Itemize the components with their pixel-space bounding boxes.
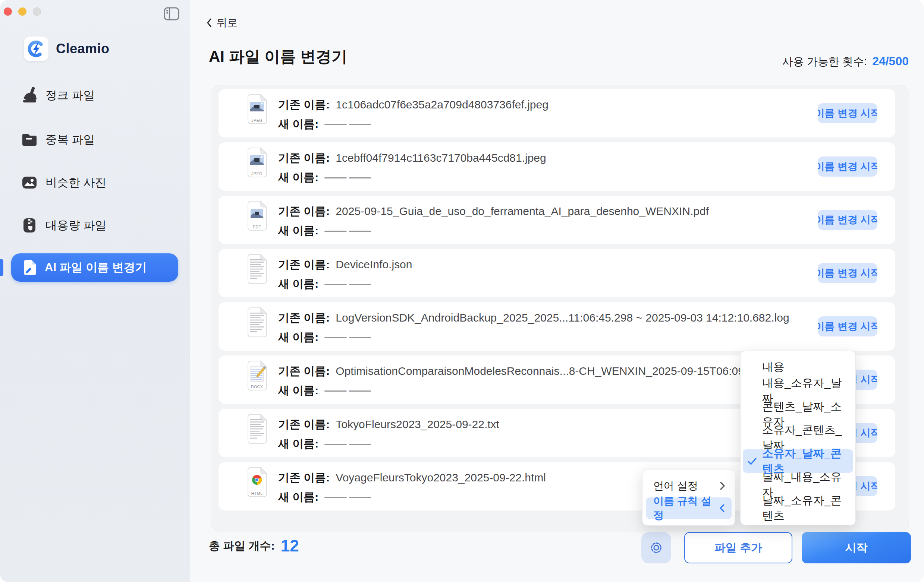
new-name-label: 새 이름: xyxy=(278,383,318,398)
app-window: Cleamio 정크 파일 중복 파일 비슷한 사진 대용량 파일 AI 파일 … xyxy=(0,0,924,582)
context-menu-item-label: 이름 규칙 설정 xyxy=(653,494,719,523)
rename-icon xyxy=(21,259,38,276)
new-name-label: 새 이름: xyxy=(278,490,318,505)
old-name-value: 2025-09-15_Guia_de_uso_do_ferramenta_AI_… xyxy=(336,205,709,218)
new-name-label: 새 이름: xyxy=(278,276,318,292)
sidebar-item-label: AI 파일 이름 변경기 xyxy=(45,260,147,275)
sidebar-item-label: 비슷한 사진 xyxy=(46,175,107,191)
file-row: PDF 기존 이름: 2025-09-15_Guia_de_uso_do_fer… xyxy=(218,196,895,244)
gear-icon xyxy=(648,539,665,556)
check-icon xyxy=(746,456,759,467)
context-menu: 언어 설정 이름 규칙 설정 xyxy=(642,469,735,526)
old-name-value: OptimisationComparaisonModelesReconnais.… xyxy=(336,365,759,377)
old-name-label: 기존 이름: xyxy=(278,257,330,272)
back-label: 뒤로 xyxy=(217,16,238,30)
file-row: 기존 이름: LogVersionSDK_AndroidBackup_2025_… xyxy=(218,302,895,350)
new-name-label: 새 이름: xyxy=(278,436,318,452)
new-name-label: 새 이름: xyxy=(278,330,318,345)
jpeg-icon: JPEG xyxy=(245,94,269,133)
photo-icon xyxy=(21,174,38,191)
html-icon: HTML xyxy=(245,467,269,506)
naming-rule-option-label: 날짜_소유자_콘텐츠 xyxy=(762,493,850,523)
add-files-button[interactable]: 파일 추가 xyxy=(684,532,792,563)
text-icon xyxy=(245,253,269,293)
svg-text:PDF: PDF xyxy=(253,225,261,229)
old-name-label: 기존 이름: xyxy=(278,151,330,166)
start-button[interactable]: 시작 xyxy=(802,532,911,563)
new-name-label: 새 이름: xyxy=(278,223,318,238)
old-name-value: 1cebff04f7914c1163c7170ba445cd81.jpeg xyxy=(336,152,546,164)
sidebar: Cleamio 정크 파일 중복 파일 비슷한 사진 대용량 파일 AI 파일 … xyxy=(0,0,190,582)
sidebar-item[interactable]: AI 파일 이름 변경기 xyxy=(11,253,178,282)
sidebar-item-label: 정크 파일 xyxy=(46,87,95,103)
text-icon xyxy=(245,307,269,346)
pdf-icon: PDF xyxy=(245,200,269,240)
sidebar-item-label: 대용량 파일 xyxy=(46,218,107,233)
back-button[interactable]: 뒤로 xyxy=(206,16,238,30)
svg-text:DOCX: DOCX xyxy=(251,385,263,389)
sidebar-item[interactable]: 정크 파일 xyxy=(21,86,95,104)
old-name-value: TokyoFleurs2023_2025-09-22.txt xyxy=(336,418,499,431)
zip-icon xyxy=(21,217,38,234)
new-name-placeholder: —— —— xyxy=(324,278,370,290)
folder-icon xyxy=(21,131,38,148)
sidebar-item-label: 중복 파일 xyxy=(46,132,95,148)
new-name-placeholder: —— —— xyxy=(324,118,370,130)
text-icon xyxy=(245,413,269,453)
back-chevron-icon xyxy=(206,18,212,28)
new-name-placeholder: —— —— xyxy=(324,224,370,237)
file-row: JPEG 기존 이름: 1cebff04f7914c1163c7170ba445… xyxy=(218,142,895,191)
old-name-label: 기존 이름: xyxy=(278,204,330,219)
new-name-placeholder: —— —— xyxy=(324,437,370,450)
sidebar-item[interactable]: 대용량 파일 xyxy=(21,217,107,234)
svg-text:JPEG: JPEG xyxy=(251,171,262,176)
new-name-placeholder: —— —— xyxy=(324,384,370,397)
rename-start-button[interactable]: 이름 변경 시작 xyxy=(818,103,878,123)
old-name-label: 기존 이름: xyxy=(278,97,330,112)
usage-label: 사용 가능한 횟수: xyxy=(782,54,867,69)
rename-start-button[interactable]: 이름 변경 시작 xyxy=(818,210,878,230)
context-menu-item-label: 언어 설정 xyxy=(653,479,698,493)
new-name-label: 새 이름: xyxy=(278,170,318,185)
file-row: JPEG 기존 이름: 1c106adc07f6e35a2a709d480373… xyxy=(218,89,895,138)
sidebar-menu: 정크 파일 중복 파일 비슷한 사진 대용량 파일 AI 파일 이름 변경기 xyxy=(0,0,190,582)
usage-value: 24/500 xyxy=(872,54,909,68)
docx-icon: DOCX xyxy=(245,360,269,400)
svg-text:JPEG: JPEG xyxy=(251,118,262,123)
chevron-left-icon xyxy=(719,503,726,513)
file-row: 기존 이름: DeviceInfo.json 새 이름: —— —— 이름 변경… xyxy=(218,249,895,298)
old-name-value: 1c106adc07f6e35a2a709d4803736fef.jpeg xyxy=(336,99,548,111)
old-name-label: 기존 이름: xyxy=(278,417,330,432)
naming-rule-submenu: 내용 내용_소유자_날짜 콘텐츠_날짜_소유자 소유자_콘텐츠_날짜 xyxy=(740,350,856,525)
new-name-label: 새 이름: xyxy=(278,117,318,132)
total-files-value: 12 xyxy=(281,536,299,555)
rename-start-button[interactable]: 이름 변경 시작 xyxy=(818,156,878,177)
rename-start-button[interactable]: 이름 변경 시작 xyxy=(818,263,878,283)
new-name-placeholder: —— —— xyxy=(324,491,370,503)
context-menu-item[interactable]: 언어 설정 xyxy=(646,475,732,497)
jpeg-icon: JPEG xyxy=(245,147,269,186)
old-name-value: VoyageFleursTokyo2023_2025-09-22.html xyxy=(336,471,546,484)
svg-text:HTML: HTML xyxy=(251,491,263,496)
total-files: 총 파일 개수: 12 xyxy=(209,536,299,555)
naming-rule-option-label: 내용 xyxy=(762,360,785,375)
rename-start-button[interactable]: 이름 변경 시작 xyxy=(818,316,878,337)
chevron-right-icon xyxy=(719,481,726,491)
old-name-label: 기존 이름: xyxy=(278,470,330,485)
old-name-value: LogVersionSDK_AndroidBackup_2025_2025...… xyxy=(336,311,789,324)
sidebar-item[interactable]: 중복 파일 xyxy=(21,131,95,149)
total-files-label: 총 파일 개수: xyxy=(209,538,275,554)
new-name-placeholder: —— —— xyxy=(324,171,370,184)
settings-button[interactable] xyxy=(641,532,671,563)
old-name-label: 기존 이름: xyxy=(278,311,330,326)
naming-rule-option[interactable]: 날짜_소유자_콘텐츠 xyxy=(743,496,853,520)
new-name-placeholder: —— —— xyxy=(324,331,370,344)
usage-counter: 사용 가능한 횟수: 24/500 xyxy=(782,54,909,69)
sidebar-item[interactable]: 비슷한 사진 xyxy=(21,174,107,192)
active-sidebar-indicator xyxy=(0,259,3,276)
broom-icon xyxy=(21,87,38,104)
old-name-value: DeviceInfo.json xyxy=(336,258,412,271)
page-title: AI 파일 이름 변경기 xyxy=(209,46,347,67)
context-menu-item[interactable]: 이름 규칙 설정 xyxy=(646,497,732,519)
old-name-label: 기존 이름: xyxy=(278,364,330,379)
